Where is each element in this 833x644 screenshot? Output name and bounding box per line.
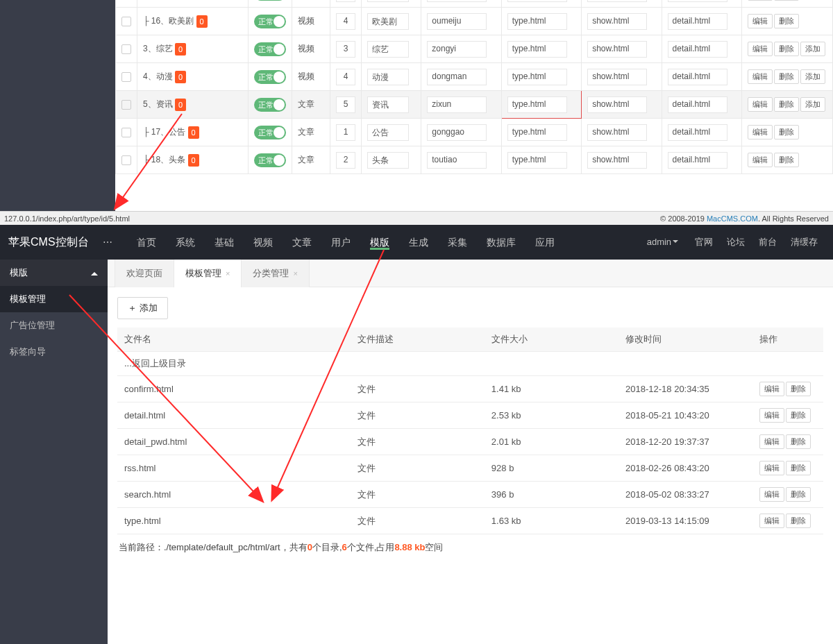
file-op-button[interactable]: 编辑 xyxy=(759,514,784,528)
row-checkbox[interactable] xyxy=(121,17,131,26)
type-template-input[interactable]: type.html xyxy=(507,0,567,2)
type-template-input[interactable]: type.html xyxy=(507,124,567,141)
order-input[interactable]: 2 xyxy=(336,152,355,169)
row-op-button[interactable]: 编辑 xyxy=(748,0,773,1)
file-name[interactable]: search.html xyxy=(117,482,351,508)
nav-item[interactable]: 应用 xyxy=(535,237,555,248)
row-op-button[interactable]: 删除 xyxy=(774,14,799,28)
status-toggle[interactable]: 正常 xyxy=(254,42,286,56)
tab[interactable]: 欢迎页面 xyxy=(115,260,174,287)
admin-user[interactable]: admin xyxy=(647,237,678,247)
row-checkbox[interactable] xyxy=(121,128,131,137)
order-input[interactable]: 3 xyxy=(336,41,355,58)
row-op-button[interactable]: 删除 xyxy=(774,42,799,56)
nav-item[interactable]: 基础 xyxy=(214,237,234,248)
menu-dots-icon[interactable]: ⋯ xyxy=(103,237,113,248)
sidebar-header[interactable]: 模版 xyxy=(0,260,108,286)
order-input[interactable]: 4 xyxy=(336,69,355,85)
name-en-input[interactable]: zixun xyxy=(427,96,487,113)
detail-template-input[interactable]: detail.html xyxy=(668,0,727,2)
detail-template-input[interactable]: detail.html xyxy=(668,96,727,113)
nav-item[interactable]: 模版 xyxy=(370,237,389,250)
file-op-button[interactable]: 删除 xyxy=(786,514,811,528)
status-toggle[interactable]: 正常 xyxy=(254,15,286,28)
order-input[interactable]: 1 xyxy=(336,124,355,141)
name-en-input[interactable]: dongman xyxy=(427,69,487,85)
order-input[interactable]: 5 xyxy=(336,96,355,113)
nav-item[interactable]: 数据库 xyxy=(487,237,516,248)
type-template-input[interactable]: type.html xyxy=(507,69,567,85)
file-op-button[interactable]: 删除 xyxy=(786,461,811,475)
row-op-button[interactable]: 删除 xyxy=(774,153,799,167)
show-template-input[interactable]: show.html xyxy=(587,124,647,141)
nav-item[interactable]: 用户 xyxy=(331,237,351,248)
nav-item[interactable]: 首页 xyxy=(137,237,156,248)
name-en-input[interactable]: zongyi xyxy=(427,41,487,58)
type-template-input[interactable]: type.html xyxy=(507,96,567,113)
nav-item[interactable]: 生成 xyxy=(409,237,428,248)
row-op-button[interactable]: 删除 xyxy=(774,0,799,1)
name-cn-input[interactable]: 头条 xyxy=(367,152,409,169)
row-op-button[interactable]: 添加 xyxy=(800,69,825,84)
row-checkbox[interactable] xyxy=(121,44,131,54)
file-op-button[interactable]: 编辑 xyxy=(759,408,784,423)
file-op-button[interactable]: 编辑 xyxy=(759,434,784,449)
header-link[interactable]: 清缓存 xyxy=(791,237,818,247)
detail-template-input[interactable]: detail.html xyxy=(668,69,727,85)
file-op-button[interactable]: 删除 xyxy=(786,487,811,502)
show-template-input[interactable]: show.html xyxy=(587,0,647,2)
row-op-button[interactable]: 添加 xyxy=(800,97,825,112)
row-checkbox[interactable] xyxy=(121,100,131,110)
type-template-input[interactable]: type.html xyxy=(507,41,567,58)
status-toggle[interactable]: 正常 xyxy=(254,153,286,167)
tab-close-icon[interactable]: × xyxy=(293,269,297,278)
sidebar-item[interactable]: 标签向导 xyxy=(0,339,108,365)
name-en-input[interactable]: rihanju xyxy=(427,0,487,2)
type-template-input[interactable]: type.html xyxy=(507,13,567,30)
order-input[interactable]: 4 xyxy=(336,13,355,30)
file-op-button[interactable]: 编辑 xyxy=(759,382,784,396)
row-op-button[interactable]: 编辑 xyxy=(748,153,773,167)
file-name[interactable]: rss.html xyxy=(117,455,351,482)
tab-close-icon[interactable]: × xyxy=(226,269,230,278)
file-op-button[interactable]: 编辑 xyxy=(759,461,784,475)
show-template-input[interactable]: show.html xyxy=(587,96,647,113)
show-template-input[interactable]: show.html xyxy=(587,152,647,169)
add-button[interactable]: ＋ 添加 xyxy=(117,297,168,319)
row-op-button[interactable]: 添加 xyxy=(800,42,825,56)
detail-template-input[interactable]: detail.html xyxy=(668,13,727,30)
back-to-parent[interactable]: ...返回上级目录 xyxy=(117,352,823,376)
file-name[interactable]: type.html xyxy=(117,508,351,534)
tab[interactable]: 模板管理× xyxy=(174,260,242,287)
tab[interactable]: 分类管理× xyxy=(242,260,309,287)
name-en-input[interactable]: gonggao xyxy=(427,124,487,141)
file-op-button[interactable]: 删除 xyxy=(786,408,811,423)
name-cn-input[interactable]: 日韩剧 xyxy=(367,0,409,2)
show-template-input[interactable]: show.html xyxy=(587,41,647,58)
row-checkbox[interactable] xyxy=(121,72,131,82)
nav-item[interactable]: 系统 xyxy=(176,237,195,248)
name-en-input[interactable]: toutiao xyxy=(427,152,487,169)
header-link[interactable]: 官网 xyxy=(695,237,713,247)
show-template-input[interactable]: show.html xyxy=(587,69,647,85)
row-op-button[interactable]: 编辑 xyxy=(748,42,773,56)
status-toggle[interactable]: 正常 xyxy=(254,98,286,112)
order-input[interactable]: 5 xyxy=(336,0,355,2)
name-cn-input[interactable]: 动漫 xyxy=(367,69,409,85)
status-toggle[interactable]: 正常 xyxy=(254,70,286,84)
detail-template-input[interactable]: detail.html xyxy=(668,124,727,141)
row-op-button[interactable]: 编辑 xyxy=(748,97,773,112)
file-op-button[interactable]: 删除 xyxy=(786,382,811,396)
name-cn-input[interactable]: 综艺 xyxy=(367,41,409,58)
row-op-button[interactable]: 删除 xyxy=(774,97,799,112)
status-toggle[interactable]: 正常 xyxy=(254,126,286,139)
name-en-input[interactable]: oumeiju xyxy=(427,13,487,30)
nav-item[interactable]: 视频 xyxy=(253,237,273,248)
row-op-button[interactable]: 编辑 xyxy=(748,125,773,139)
sidebar-item[interactable]: 模板管理 xyxy=(0,286,108,312)
name-cn-input[interactable]: 公告 xyxy=(367,124,409,141)
name-cn-input[interactable]: 资讯 xyxy=(367,96,409,113)
file-name[interactable]: detail.html xyxy=(117,402,351,429)
sidebar-item[interactable]: 广告位管理 xyxy=(0,312,108,339)
status-toggle[interactable]: 正常 xyxy=(254,0,286,1)
